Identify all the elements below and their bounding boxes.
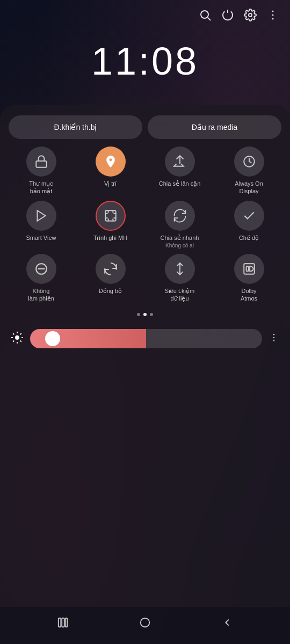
tile-label-dong-bo: Đồng bộ [99,287,122,295]
tile-label-chia-se-lan-can: Chia sẻ lân cận [159,180,201,187]
tile-icon-vi-tri [96,147,126,177]
svg-rect-9 [105,210,116,221]
svg-line-23 [20,333,21,334]
device-control-button[interactable]: Đ.khiển th.bị [9,115,142,139]
svg-point-4 [272,14,274,16]
tile-label-thu-muc-bao-mat: Thư mụcbảo mật [29,180,53,195]
quick-settings-panel: Đ.khiển th.bị Đầu ra media Thư mụcbảo mậ… [0,105,290,607]
svg-point-2 [249,13,252,17]
svg-line-19 [20,341,21,342]
home-button[interactable] [130,614,160,633]
tile-label-always-on-display: Always OnDisplay [235,180,263,195]
tile-label-smart-view: Smart View [26,234,56,241]
tile-icon-che-do [234,201,264,231]
tile-dolby-atmos[interactable]: DolbyAtmos [216,254,281,303]
back-button[interactable] [213,614,242,633]
tile-icon-always-on-display [234,147,264,177]
clock-area: 11:08 [0,28,290,105]
power-icon[interactable] [221,9,234,24]
tile-icon-khong-lam-phien [26,254,56,284]
pagination-dot-2 [143,313,147,316]
svg-rect-28 [62,618,64,627]
recent-apps-button[interactable] [48,614,77,633]
tile-icon-trinh-ghi-mh [96,201,126,231]
control-row: Đ.khiển th.bị Đầu ra media [9,115,281,139]
media-output-button[interactable]: Đầu ra media [148,115,281,139]
tile-icon-chia-se-nhanh [165,201,195,231]
search-icon[interactable] [199,9,212,24]
svg-point-24 [273,334,275,335]
svg-rect-29 [65,618,67,627]
tile-label-dolby-atmos: DolbyAtmos [241,287,257,303]
svg-line-22 [13,341,14,342]
svg-rect-27 [58,618,61,627]
tile-chia-se-lan-can[interactable]: Chia sẻ lân cận [147,147,212,195]
tile-dong-bo[interactable]: Đồng bộ [78,254,143,303]
tile-smart-view[interactable]: Smart View [9,201,74,248]
tile-icon-chia-se-lan-can [165,147,195,177]
tile-label-sieu-tiet-kiem: Siêu t.kiệmdữ liệu [165,287,194,303]
settings-icon[interactable] [244,9,257,24]
tile-label-khong-lam-phien: Khônglàm phiền [28,287,54,303]
tile-label-vi-tri: Vị trí [104,180,117,187]
tile-label-che-do: Chế độ [239,234,259,241]
tile-chia-se-nhanh[interactable]: Chia sẻ nhanh Không có ai [147,201,212,248]
brightness-slider[interactable] [30,329,262,348]
bottom-nav [0,607,290,644]
svg-point-5 [272,18,274,20]
brightness-icon [11,331,24,347]
tile-icon-smart-view [26,201,56,231]
tile-thu-muc-bao-mat[interactable]: Thư mụcbảo mật [9,147,74,195]
tile-always-on-display[interactable]: Always OnDisplay [216,147,281,195]
tile-sieu-tiet-kiem[interactable]: Siêu t.kiệmdữ liệu [147,254,212,303]
brightness-thumb [45,331,60,346]
svg-point-26 [273,340,275,342]
svg-point-25 [273,337,275,339]
tile-icon-thu-muc-bao-mat [26,147,56,177]
tile-sublabel-chia-se-nhanh: Không có ai [165,243,194,248]
svg-point-30 [141,618,150,627]
tile-icon-dolby-atmos [234,254,264,284]
tile-che-do[interactable]: Chế độ [216,201,281,248]
svg-point-3 [272,11,274,12]
tile-label-trinh-ghi-mh: Trình ghi MH [93,234,127,241]
tile-label-chia-se-nhanh: Chia sẻ nhanh [161,234,199,241]
svg-line-1 [208,18,211,21]
tile-khong-lam-phien[interactable]: Khônglàm phiền [9,254,74,303]
pagination-dot-3 [150,313,153,316]
tiles-grid: Thư mụcbảo mật Vị trí Chia sẻ lân [9,147,281,302]
brightness-more-icon[interactable] [269,332,279,346]
pagination-dots [9,310,281,319]
svg-marker-8 [37,210,45,221]
tile-trinh-ghi-mh[interactable]: Trình ghi MH [78,201,143,248]
svg-rect-14 [246,267,248,272]
svg-rect-6 [36,161,47,167]
tile-vi-tri[interactable]: Vị trí [78,147,143,195]
svg-point-0 [201,11,208,18]
brightness-row [9,327,281,350]
top-bar [0,0,290,28]
tile-icon-dong-bo [96,254,126,284]
clock-time: 11:08 [91,39,199,83]
tile-icon-sieu-tiet-kiem [165,254,195,284]
svg-line-18 [13,333,14,334]
svg-point-15 [15,335,19,340]
pagination-dot-1 [137,313,140,316]
more-icon[interactable] [266,9,279,24]
